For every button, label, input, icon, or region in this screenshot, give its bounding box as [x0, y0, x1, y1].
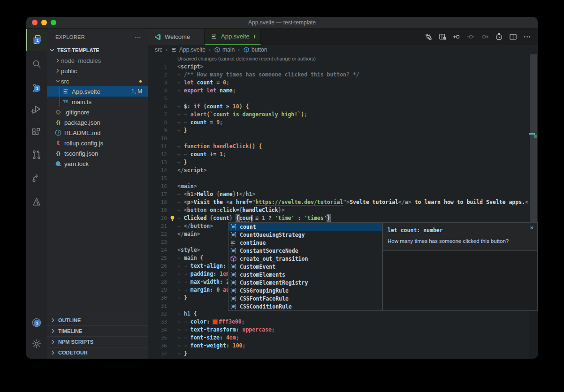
- tree-item-readme-md[interactable]: README.md: [47, 128, 148, 138]
- zoom-window-button[interactable]: [51, 20, 56, 25]
- tab-app-svelte[interactable]: App.svelte: [205, 29, 261, 45]
- close-window-button[interactable]: [32, 20, 38, 25]
- more-actions-icon[interactable]: ⋯: [135, 33, 141, 41]
- code-line-36[interactable]: 36→ → font-weight: 100;: [148, 342, 529, 350]
- suggestion-cssconditionrule[interactable]: CSSConditionRule: [229, 302, 382, 310]
- suggestion-customelements[interactable]: customElements: [229, 271, 382, 279]
- activity-bar-item-run-debug[interactable]: [26, 98, 47, 120]
- split-editor-icon[interactable]: [509, 33, 517, 41]
- tree-root-test-template[interactable]: TEST-TEMPLATE: [47, 45, 148, 55]
- line-number: 9: [148, 127, 167, 135]
- code-line-20[interactable]: 20→ Clicked {count} {coun ≡ 1 ? 'time' :…: [148, 214, 529, 222]
- activity-bar-item-azure[interactable]: [26, 191, 47, 212]
- tree-item-app-svelte[interactable]: App.svelte1, M: [47, 86, 148, 97]
- suggestion-customelementregistry[interactable]: CustomElementRegistry: [229, 279, 382, 286]
- activity-bar-item-account[interactable]: 1: [26, 312, 47, 333]
- git-compare-icon[interactable]: [425, 33, 433, 41]
- run-timer-icon[interactable]: [495, 33, 503, 41]
- code-line-18[interactable]: 18→ <p>Visit the <a href="https://svelte…: [148, 198, 529, 206]
- scrollbar-thumb[interactable]: [530, 54, 537, 244]
- lightbulb-icon[interactable]: [169, 215, 176, 222]
- breadcrumb-label: button: [252, 46, 267, 53]
- sidebar-section-npm-scripts[interactable]: NPM SCRIPTS: [47, 336, 148, 347]
- breadcrumb-item-src[interactable]: src: [155, 46, 162, 53]
- details-empty-area: [383, 251, 537, 310]
- activity-bar-item-github-pull-request[interactable]: [26, 144, 47, 166]
- file-label: src: [61, 78, 69, 85]
- sidebar-section-outline[interactable]: OUTLINE: [47, 315, 148, 325]
- title-bar[interactable]: App.svelte — test-template: [26, 17, 538, 29]
- code-line-10[interactable]: 10: [148, 135, 529, 143]
- suggestion-cssgroupingrule[interactable]: CSSGroupingRule: [229, 286, 382, 294]
- open-preview-icon[interactable]: [439, 33, 447, 41]
- code-line-1[interactable]: 1<script>: [148, 63, 529, 71]
- code-line-8[interactable]: 8→ → count = 9;: [148, 119, 529, 127]
- code-line-12[interactable]: 12→ → count += 1;: [148, 151, 529, 158]
- close-icon[interactable]: ×: [530, 225, 534, 231]
- minimize-window-button[interactable]: [41, 20, 47, 25]
- breadcrumb-label: main: [222, 46, 235, 53]
- activity-bar-item-live-share[interactable]: [26, 167, 47, 189]
- suggest-widget[interactable]: countCountQueuingStrategycontinueConstan…: [228, 222, 382, 311]
- live-share-icon: [31, 173, 42, 184]
- activity-bar-item-source-control[interactable]: 1: [26, 77, 47, 99]
- breadcrumb[interactable]: src›App.svelte›main›button: [148, 45, 538, 54]
- tree-item-package-json[interactable]: {}package.json: [47, 117, 148, 128]
- activity-bar-item-extensions[interactable]: [26, 122, 47, 143]
- activity-bar-item-search[interactable]: [26, 53, 47, 75]
- code-editor[interactable]: Unsaved changes (cannot determine recent…: [148, 54, 529, 359]
- line-content: → h1 {: [177, 310, 197, 317]
- suggestion-customevent[interactable]: CustomEvent: [229, 263, 382, 271]
- breadcrumb-item-main[interactable]: main: [214, 46, 235, 53]
- code-line-6[interactable]: 6→ $: if (count ≥ 10) {: [148, 103, 529, 111]
- code-line-19[interactable]: 19→ <button on:click={handleClick}>: [148, 206, 529, 214]
- suggestion-continue[interactable]: continue: [229, 239, 382, 247]
- code-line-4[interactable]: 4→ export let name;: [148, 87, 529, 95]
- breadcrumb-item-app-svelte[interactable]: App.svelte: [171, 46, 206, 53]
- line-number: 15: [148, 174, 167, 182]
- code-line-34[interactable]: 34→ → text-transform: uppercase;: [148, 326, 529, 334]
- navigate-back-icon[interactable]: [453, 33, 461, 41]
- suggestion-constantsourcenode[interactable]: ConstantSourceNode: [229, 247, 382, 255]
- line-number: 18: [148, 198, 167, 206]
- activity-bar-item-explorer[interactable]: 1: [26, 29, 47, 51]
- git-status-badge: ●: [139, 78, 142, 84]
- code-line-13[interactable]: 13→ }: [148, 158, 529, 166]
- code-line-35[interactable]: 35→ → font-size: 4em;: [148, 334, 529, 342]
- code-line-32[interactable]: 32→ h1 {: [148, 310, 529, 318]
- tree-item-main-ts[interactable]: TSmain.ts: [47, 97, 148, 107]
- tree-item-node-modules[interactable]: node_modules: [47, 55, 148, 66]
- suggestion-cssfontfacerule[interactable]: CSSFontFaceRule: [229, 294, 382, 302]
- code-line-14[interactable]: 14</script>: [148, 166, 529, 174]
- codelens-message[interactable]: Unsaved changes (cannot determine recent…: [148, 54, 529, 63]
- breadcrumb-item-button[interactable]: button: [243, 46, 267, 53]
- code-line-7[interactable]: 7→ → alert(`count is dangerously high!`)…: [148, 111, 529, 119]
- code-line-15[interactable]: 15: [148, 174, 529, 182]
- code-line-17[interactable]: 17→ <h1>Hello {name}!</h1>: [148, 190, 529, 198]
- sidebar-section-timeline[interactable]: TIMELINE: [47, 325, 148, 336]
- tree-item-tsconfig-json[interactable]: {}tsconfig.json: [47, 148, 148, 158]
- tree-item-rollup-config-js[interactable]: rollup.config.js: [47, 138, 148, 148]
- activity-bar-item-settings[interactable]: [26, 333, 47, 354]
- suggestion-count[interactable]: count: [229, 223, 382, 231]
- tree-item-public[interactable]: public: [47, 66, 148, 76]
- code-line-11[interactable]: 11→ function handleClick() {: [148, 143, 529, 151]
- code-line-37[interactable]: 37→ }: [148, 350, 529, 358]
- code-line-3[interactable]: 3→ let count = 0;: [148, 79, 529, 87]
- code-line-33[interactable]: 33→ → color: #ff3e00;: [148, 318, 529, 326]
- line-number: 17: [148, 190, 167, 198]
- suggestion-countqueuingstrategy[interactable]: CountQueuingStrategy: [229, 231, 382, 239]
- code-line-5[interactable]: 5: [148, 95, 529, 103]
- code-line-2[interactable]: 2→ /** How many times has someone clicke…: [148, 71, 529, 79]
- tree-item-yarn-lock[interactable]: yarn.lock: [47, 158, 148, 169]
- more-actions-icon[interactable]: [523, 33, 531, 41]
- suggestion-create_out_transition[interactable]: create_out_transition: [229, 255, 382, 263]
- tree-item--gitignore[interactable]: .gitignore: [47, 107, 148, 117]
- sidebar-section-codetour[interactable]: CODETOUR: [47, 347, 148, 358]
- code-line-9[interactable]: 9→ }: [148, 127, 529, 135]
- editor-scrollbar[interactable]: [529, 54, 538, 359]
- section-label: OUTLINE: [58, 317, 81, 323]
- code-line-16[interactable]: 16<main>: [148, 182, 529, 190]
- tree-item-src[interactable]: src●: [47, 76, 148, 86]
- tab-welcome[interactable]: Welcome: [148, 29, 205, 45]
